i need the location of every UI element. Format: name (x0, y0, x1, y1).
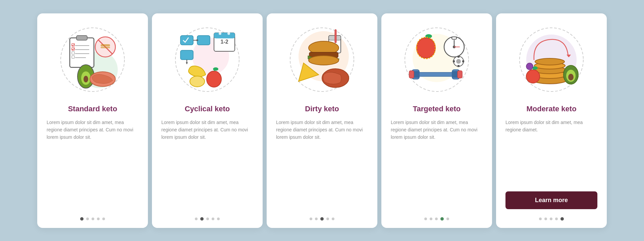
card-dirty-keto: Dirty keto Lorem ipsum dolor sit dim ame… (267, 13, 377, 228)
dot-3 (206, 218, 209, 220)
dot-3 (550, 218, 552, 220)
dot-1 (80, 217, 84, 221)
card-body-targeted: Lorem ipsum dolor sit dim amet, mea regi… (391, 119, 483, 209)
svg-rect-3 (76, 36, 87, 40)
dot-4 (440, 217, 444, 221)
card-moderate-keto: Moderate keto Lorem ipsum dolor sit dim … (496, 13, 607, 228)
card-cyclical-keto: 1-2 Cyclical keto Lorem ipsum dolor sit … (152, 13, 263, 228)
card-title-cyclical: Cyclical keto (185, 105, 230, 113)
svg-rect-68 (458, 71, 462, 78)
dot-5 (217, 218, 220, 220)
svg-rect-2 (70, 38, 94, 67)
svg-rect-41 (335, 29, 336, 43)
svg-rect-67 (409, 71, 414, 78)
dot-4 (555, 218, 558, 220)
card-title-moderate: Moderate keto (526, 105, 576, 113)
dot-4 (212, 218, 214, 220)
dot-4 (97, 218, 100, 220)
dot-3 (92, 218, 94, 220)
svg-text:1-2: 1-2 (220, 39, 228, 45)
svg-point-80 (526, 70, 540, 83)
svg-rect-23 (197, 36, 210, 45)
dot-3 (435, 218, 438, 220)
svg-rect-60 (453, 60, 455, 62)
dot-2 (430, 218, 432, 220)
dot-3 (320, 217, 324, 221)
learn-more-button[interactable]: Learn more (505, 191, 597, 209)
svg-point-79 (568, 74, 574, 80)
dot-4 (326, 218, 329, 220)
svg-point-57 (456, 59, 461, 64)
svg-rect-31 (180, 50, 193, 60)
svg-point-35 (207, 71, 221, 87)
svg-rect-15 (101, 47, 110, 48)
svg-rect-62 (414, 72, 458, 76)
card-dots-moderate (539, 217, 564, 221)
dot-2 (86, 218, 89, 220)
card-standard-keto: Standard keto Lorem ipsum dolor sit dim … (37, 13, 148, 228)
cards-container: Standard keto Lorem ipsum dolor sit dim … (0, 3, 644, 238)
illustration-dirty (285, 23, 359, 97)
card-targeted-keto: Targeted keto Lorem ipsum dolor sit dim … (381, 13, 492, 228)
illustration-standard (56, 23, 129, 97)
card-body-dirty: Lorem ipsum dolor sit dim amet, mea regi… (276, 119, 368, 209)
card-title-targeted: Targeted keto (413, 105, 461, 113)
dot-1 (195, 218, 198, 220)
svg-point-49 (417, 38, 435, 58)
dot-5 (102, 218, 105, 220)
illustration-moderate (515, 23, 588, 97)
svg-point-29 (219, 32, 221, 35)
dot-2 (315, 218, 318, 220)
svg-rect-61 (462, 60, 464, 62)
dot-2 (544, 218, 547, 220)
card-body-moderate: Lorem ipsum dolor sit dim amet, mea regi… (505, 119, 597, 186)
dot-2 (200, 217, 204, 221)
dot-1 (424, 218, 427, 220)
svg-point-75 (535, 58, 565, 65)
svg-rect-14 (101, 44, 110, 46)
card-dots-targeted (424, 217, 449, 221)
dot-5 (332, 218, 334, 220)
card-dots-cyclical (195, 217, 220, 221)
card-dots-dirty (310, 217, 334, 221)
dot-1 (310, 218, 312, 220)
svg-rect-58 (458, 56, 460, 58)
illustration-cyclical: 1-2 (170, 23, 244, 97)
svg-marker-33 (186, 62, 188, 64)
card-body-standard: Lorem ipsum dolor sit dim amet, mea regi… (47, 119, 139, 209)
illustration-targeted (400, 23, 474, 97)
card-title-dirty: Dirty keto (305, 105, 339, 113)
svg-point-30 (227, 32, 230, 35)
svg-point-34 (190, 76, 205, 87)
dot-1 (539, 218, 542, 220)
dot-5 (560, 217, 564, 221)
svg-point-44 (309, 56, 339, 65)
svg-point-18 (84, 76, 88, 82)
svg-rect-27 (214, 33, 235, 38)
dot-5 (446, 218, 449, 220)
svg-rect-59 (458, 65, 460, 67)
svg-point-82 (526, 63, 533, 70)
card-body-cyclical: Lorem ipsum dolor sit dim amet, mea regi… (161, 119, 253, 209)
card-dots-standard (80, 217, 105, 221)
svg-point-36 (213, 67, 218, 71)
card-title-standard: Standard keto (68, 105, 117, 113)
svg-rect-55 (452, 37, 457, 39)
